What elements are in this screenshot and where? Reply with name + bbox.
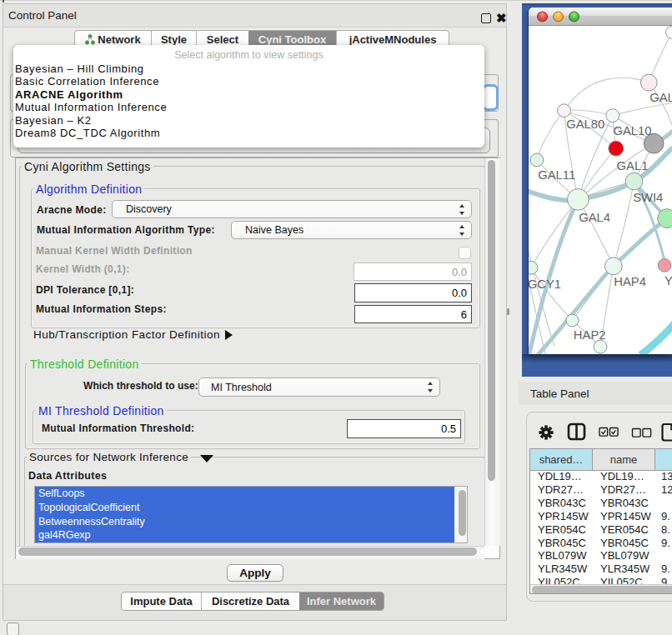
svg-text:HAP2: HAP2 xyxy=(574,328,606,342)
svg-text:GAL10: GAL10 xyxy=(613,124,651,138)
svg-text:SWI4: SWI4 xyxy=(633,191,663,204)
svg-text:GAL4: GAL4 xyxy=(579,211,610,224)
svg-text:GAL1: GAL1 xyxy=(617,159,649,172)
svg-text:Y: Y xyxy=(664,274,672,288)
svg-text:GAL: GAL xyxy=(649,91,672,104)
svg-text:GAL11: GAL11 xyxy=(538,168,575,182)
svg-text:GAL80: GAL80 xyxy=(566,118,604,131)
svg-text:GCY1: GCY1 xyxy=(529,278,561,291)
svg-text:HAP4: HAP4 xyxy=(614,275,646,288)
